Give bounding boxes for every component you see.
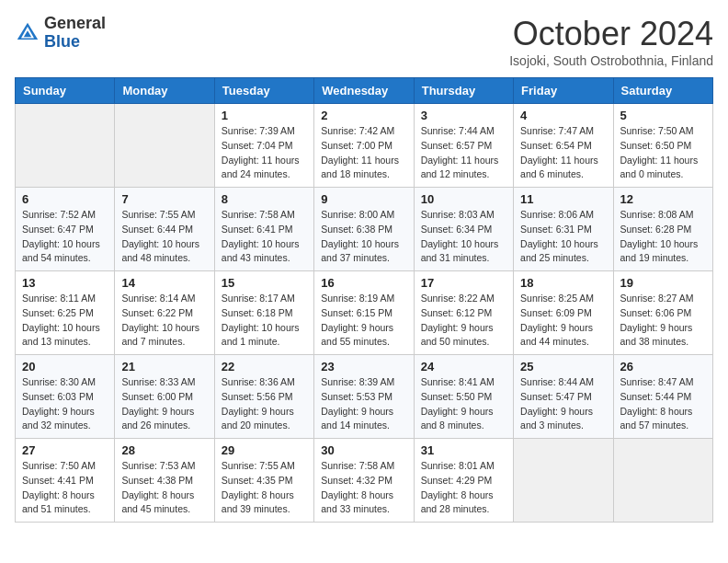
weekday-header: Thursday [414,78,513,104]
calendar-week-row: 6Sunrise: 7:52 AMSunset: 6:47 PMDaylight… [16,188,713,271]
weekday-header: Saturday [613,78,712,104]
day-number: 7 [121,192,207,206]
calendar-cell: 14Sunrise: 8:14 AMSunset: 6:22 PMDayligh… [115,271,214,355]
calendar-cell [613,439,712,523]
weekday-header: Wednesday [314,78,414,104]
day-number: 19 [620,276,706,290]
calendar-table: SundayMondayTuesdayWednesdayThursdayFrid… [15,77,713,523]
day-number: 30 [321,443,406,457]
calendar-cell: 12Sunrise: 8:08 AMSunset: 6:28 PMDayligh… [613,188,712,271]
day-info: Sunrise: 8:03 AMSunset: 6:34 PMDaylight:… [421,208,506,266]
calendar-cell: 30Sunrise: 7:58 AMSunset: 4:32 PMDayligh… [314,439,414,523]
day-number: 1 [222,109,307,122]
day-info: Sunrise: 8:39 AMSunset: 5:53 PMDaylight:… [321,375,406,433]
day-number: 31 [421,443,506,457]
day-number: 20 [22,360,108,373]
calendar-cell [16,104,115,188]
day-info: Sunrise: 8:44 AMSunset: 5:47 PMDaylight:… [520,375,606,433]
day-info: Sunrise: 7:58 AMSunset: 6:41 PMDaylight:… [222,208,307,266]
day-number: 3 [421,109,506,122]
logo-blue: Blue [44,33,106,52]
day-number: 5 [620,109,706,122]
day-number: 25 [520,360,606,373]
day-info: Sunrise: 7:55 AMSunset: 6:44 PMDaylight:… [121,208,207,266]
day-info: Sunrise: 8:06 AMSunset: 6:31 PMDaylight:… [520,208,606,266]
calendar-cell: 29Sunrise: 7:55 AMSunset: 4:35 PMDayligh… [214,439,313,523]
calendar-week-row: 13Sunrise: 8:11 AMSunset: 6:25 PMDayligh… [16,271,713,355]
day-number: 15 [222,276,307,290]
day-info: Sunrise: 7:42 AMSunset: 7:00 PMDaylight:… [321,124,406,182]
day-info: Sunrise: 7:47 AMSunset: 6:54 PMDaylight:… [520,124,606,182]
calendar-week-row: 27Sunrise: 7:50 AMSunset: 4:41 PMDayligh… [16,439,713,523]
day-number: 13 [22,276,108,290]
day-info: Sunrise: 7:55 AMSunset: 4:35 PMDaylight:… [222,459,307,517]
day-number: 4 [520,109,606,122]
day-info: Sunrise: 8:22 AMSunset: 6:12 PMDaylight:… [421,292,506,350]
day-info: Sunrise: 8:14 AMSunset: 6:22 PMDaylight:… [121,292,207,350]
day-info: Sunrise: 8:11 AMSunset: 6:25 PMDaylight:… [22,292,108,350]
calendar-cell [115,104,214,188]
calendar-cell: 28Sunrise: 7:53 AMSunset: 4:38 PMDayligh… [115,439,214,523]
day-number: 2 [321,109,406,122]
day-info: Sunrise: 7:50 AMSunset: 4:41 PMDaylight:… [22,459,108,517]
day-number: 14 [121,276,207,290]
weekday-header: Monday [115,78,214,104]
calendar-cell: 4Sunrise: 7:47 AMSunset: 6:54 PMDaylight… [514,104,613,188]
calendar-cell: 10Sunrise: 8:03 AMSunset: 6:34 PMDayligh… [414,188,513,271]
month-title: October 2024 [509,15,713,53]
day-number: 12 [620,192,706,206]
day-info: Sunrise: 7:50 AMSunset: 6:50 PMDaylight:… [620,124,706,182]
day-info: Sunrise: 8:36 AMSunset: 5:56 PMDaylight:… [222,375,307,433]
day-info: Sunrise: 8:19 AMSunset: 6:15 PMDaylight:… [321,292,406,350]
day-info: Sunrise: 8:33 AMSunset: 6:00 PMDaylight:… [121,375,207,433]
day-info: Sunrise: 8:00 AMSunset: 6:38 PMDaylight:… [321,208,406,266]
day-number: 24 [421,360,506,373]
calendar-cell: 18Sunrise: 8:25 AMSunset: 6:09 PMDayligh… [514,271,613,355]
calendar-week-row: 1Sunrise: 7:39 AMSunset: 7:04 PMDaylight… [16,104,713,188]
weekday-header: Friday [514,78,613,104]
day-number: 18 [520,276,606,290]
page-header: General Blue October 2024 Isojoki, South… [15,15,713,68]
day-info: Sunrise: 8:01 AMSunset: 4:29 PMDaylight:… [421,459,506,517]
calendar-cell: 6Sunrise: 7:52 AMSunset: 6:47 PMDaylight… [16,188,115,271]
day-info: Sunrise: 8:30 AMSunset: 6:03 PMDaylight:… [22,375,108,433]
calendar-cell: 13Sunrise: 8:11 AMSunset: 6:25 PMDayligh… [16,271,115,355]
day-info: Sunrise: 7:39 AMSunset: 7:04 PMDaylight:… [222,124,307,182]
day-number: 9 [321,192,406,206]
day-info: Sunrise: 7:53 AMSunset: 4:38 PMDaylight:… [121,459,207,517]
day-number: 16 [321,276,406,290]
calendar-cell: 25Sunrise: 8:44 AMSunset: 5:47 PMDayligh… [514,355,613,439]
calendar-cell: 3Sunrise: 7:44 AMSunset: 6:57 PMDaylight… [414,104,513,188]
day-info: Sunrise: 8:47 AMSunset: 5:44 PMDaylight:… [620,375,706,433]
calendar-cell: 20Sunrise: 8:30 AMSunset: 6:03 PMDayligh… [16,355,115,439]
calendar-cell: 15Sunrise: 8:17 AMSunset: 6:18 PMDayligh… [214,271,313,355]
calendar-cell: 7Sunrise: 7:55 AMSunset: 6:44 PMDaylight… [115,188,214,271]
logo: General Blue [15,15,106,52]
calendar-cell: 11Sunrise: 8:06 AMSunset: 6:31 PMDayligh… [514,188,613,271]
calendar-cell: 19Sunrise: 8:27 AMSunset: 6:06 PMDayligh… [613,271,712,355]
day-info: Sunrise: 8:25 AMSunset: 6:09 PMDaylight:… [520,292,606,350]
calendar-week-row: 20Sunrise: 8:30 AMSunset: 6:03 PMDayligh… [16,355,713,439]
day-number: 17 [421,276,506,290]
day-number: 26 [620,360,706,373]
day-number: 23 [321,360,406,373]
title-block: October 2024 Isojoki, South Ostrobothnia… [509,15,713,68]
calendar-cell: 21Sunrise: 8:33 AMSunset: 6:00 PMDayligh… [115,355,214,439]
day-number: 6 [22,192,108,206]
day-number: 10 [421,192,506,206]
weekday-header: Sunday [16,78,115,104]
calendar-cell: 31Sunrise: 8:01 AMSunset: 4:29 PMDayligh… [414,439,513,523]
logo-general: General [44,15,106,33]
day-number: 29 [222,443,307,457]
day-number: 27 [22,443,108,457]
calendar-cell: 23Sunrise: 8:39 AMSunset: 5:53 PMDayligh… [314,355,414,439]
day-info: Sunrise: 8:27 AMSunset: 6:06 PMDaylight:… [620,292,706,350]
calendar-cell: 5Sunrise: 7:50 AMSunset: 6:50 PMDaylight… [613,104,712,188]
calendar-cell: 8Sunrise: 7:58 AMSunset: 6:41 PMDaylight… [214,188,313,271]
calendar-cell: 16Sunrise: 8:19 AMSunset: 6:15 PMDayligh… [314,271,414,355]
calendar-cell: 22Sunrise: 8:36 AMSunset: 5:56 PMDayligh… [214,355,313,439]
day-info: Sunrise: 8:41 AMSunset: 5:50 PMDaylight:… [421,375,506,433]
calendar-cell: 1Sunrise: 7:39 AMSunset: 7:04 PMDaylight… [214,104,313,188]
logo-icon [15,20,40,46]
day-info: Sunrise: 7:44 AMSunset: 6:57 PMDaylight:… [421,124,506,182]
